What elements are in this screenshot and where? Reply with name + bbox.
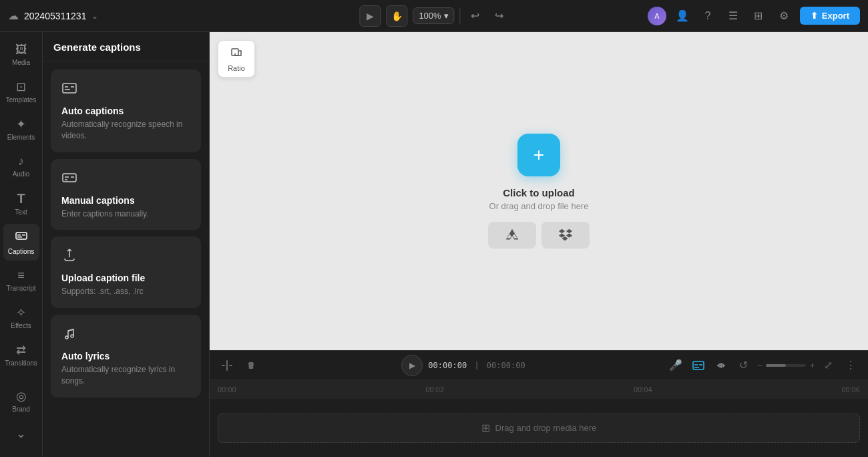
google-drive-button[interactable]: [488, 222, 536, 249]
auto-captions-icon: [61, 80, 190, 100]
ruler-mark-1: 00:02: [425, 386, 444, 394]
topbar-left: ☁ 202405311231 ⌄: [8, 9, 642, 22]
ruler-mark-0: 00:00: [218, 386, 236, 394]
zoom-in-icon[interactable]: +: [810, 361, 815, 370]
audio-icon: ♪: [18, 154, 24, 168]
sidebar-item-captions[interactable]: Captions: [3, 224, 39, 261]
overflow-icon[interactable]: ⋮: [841, 356, 860, 375]
export-button[interactable]: ⬆ Export: [800, 7, 860, 25]
manual-captions-icon: [61, 170, 190, 190]
panel-resize-handle[interactable]: [206, 32, 209, 457]
export-icon: ⬆: [811, 11, 818, 21]
media-icon: 🖼: [15, 43, 27, 57]
canvas-center: + Click to upload Or drag and drop file …: [210, 32, 868, 350]
brand-icon: ◎: [16, 389, 27, 404]
zoom-level: 100%: [419, 11, 441, 21]
drop-zone-text: Drag and drop media here: [495, 423, 597, 433]
text-icon: T: [17, 191, 25, 206]
captions-icon: [15, 229, 28, 246]
timeline-time: 00:00:00 | 00:00:00: [428, 361, 525, 370]
svg-rect-4: [63, 84, 76, 93]
loop-icon[interactable]: ↺: [734, 356, 753, 375]
layout-icon-button[interactable]: ⊞: [749, 7, 768, 25]
upload-button[interactable]: +: [517, 134, 560, 176]
divider: [460, 8, 461, 24]
sidebar-item-audio[interactable]: ♪ Audio: [3, 149, 39, 183]
redo-button[interactable]: ↪: [490, 7, 509, 25]
settings-icon-button[interactable]: ⚙: [775, 7, 793, 25]
undo-button[interactable]: ↩: [466, 7, 485, 25]
zoom-out-icon[interactable]: −: [757, 361, 762, 370]
upload-caption-desc: Supports: .srt, .ass, .lrc: [61, 286, 190, 297]
upload-sub-text: Or drag and drop file here: [489, 201, 589, 211]
sidebar-item-media[interactable]: 🖼 Media: [3, 37, 39, 71]
audio-split-icon[interactable]: [712, 356, 730, 375]
timeline-split-icon[interactable]: [218, 356, 236, 375]
zoom-control[interactable]: 100% ▾: [413, 7, 454, 24]
ratio-button[interactable]: Ratio: [218, 40, 255, 78]
sidebar-item-effects[interactable]: ✧ Effects: [3, 300, 39, 335]
sidebar-item-label-effects: Effects: [11, 322, 31, 329]
upload-caption-card[interactable]: Upload caption file Supports: .srt, .ass…: [51, 237, 201, 308]
auto-lyrics-card[interactable]: Auto lyrics Automatically recognize lyri…: [51, 315, 201, 398]
cloud-icon: ☁: [8, 9, 19, 22]
panel-title: Generate captions: [53, 41, 141, 53]
zoom-slider[interactable]: [766, 364, 806, 367]
timeline-delete-icon[interactable]: [242, 356, 260, 375]
auto-captions-desc: Automatically recognize speech in videos…: [61, 119, 190, 142]
captions-timeline-icon[interactable]: [689, 356, 708, 375]
layers-icon-button[interactable]: ☰: [724, 7, 742, 25]
ruler-mark-2: 00:04: [634, 386, 652, 394]
svg-rect-16: [222, 365, 225, 366]
auto-lyrics-title: Auto lyrics: [61, 351, 190, 361]
topbar: ☁ 202405311231 ⌄ ▶ ✋ 100% ▾ ↩ ↪ A 👤 ? ☰ …: [0, 0, 868, 32]
current-time: 00:00:00: [428, 361, 467, 370]
ratio-label: Ratio: [228, 64, 245, 72]
manual-captions-title: Manual captions: [61, 195, 190, 206]
help-icon-button[interactable]: ?: [698, 7, 717, 25]
zoom-dropdown-icon: ▾: [444, 11, 449, 21]
manual-captions-card[interactable]: Manual captions Enter captions manually.: [51, 159, 201, 231]
sidebar-item-more[interactable]: ⌄: [3, 421, 39, 446]
timeline-right-icons: 🎤: [666, 356, 860, 375]
upload-main-text: Click to upload: [489, 187, 589, 198]
elements-icon: ✦: [16, 117, 26, 132]
sidebar-item-brand[interactable]: ◎ Brand: [3, 384, 39, 418]
sidebar-item-transitions[interactable]: ⇄ Transitions: [3, 337, 39, 372]
svg-rect-2: [22, 235, 25, 236]
svg-line-14: [68, 329, 73, 331]
dropbox-button[interactable]: [541, 222, 590, 249]
timeline-ruler: 00:00 00:02 00:04 00:06: [210, 380, 868, 399]
sidebar-bottom: ◎ Brand ⌄: [3, 384, 39, 452]
sidebar-item-text[interactable]: T Text: [3, 186, 39, 221]
sidebar-item-label-elements: Elements: [7, 134, 35, 141]
media-drop-zone[interactable]: ⊞ Drag and drop media here: [218, 414, 860, 443]
auto-captions-card[interactable]: Auto captions Automatically recognize sp…: [51, 69, 201, 152]
auto-lyrics-desc: Automatically recognize lyrics in songs.: [61, 364, 190, 387]
upload-plus-icon: +: [533, 144, 544, 166]
export-label: Export: [822, 11, 849, 21]
panel-content: Auto captions Automatically recognize sp…: [43, 61, 209, 457]
icon-sidebar: 🖼 Media ⊡ Templates ✦ Elements ♪ Audio T…: [0, 32, 43, 457]
transcript-icon: ≡: [17, 269, 25, 283]
timeline-area: ▶ 00:00:00 | 00:00:00 🎤: [210, 350, 868, 457]
upload-text: Click to upload Or drag and drop file he…: [489, 187, 589, 211]
mic-icon[interactable]: 🎤: [666, 356, 685, 375]
project-name: 202405311231: [24, 11, 86, 21]
sidebar-item-templates[interactable]: ⊡ Templates: [3, 74, 39, 109]
hand-tool-button[interactable]: ✋: [386, 5, 407, 27]
play-button[interactable]: ▶: [359, 5, 381, 27]
svg-rect-8: [63, 174, 76, 182]
svg-rect-18: [226, 360, 228, 371]
dropdown-arrow-icon[interactable]: ⌄: [91, 11, 98, 21]
upload-caption-icon: [61, 247, 190, 267]
sidebar-item-transcript[interactable]: ≡ Transcript: [3, 263, 39, 297]
user-icon-button[interactable]: 👤: [673, 7, 692, 25]
sidebar-item-label-captions: Captions: [8, 248, 34, 255]
ruler-marks: 00:00 00:02 00:04 00:06: [210, 386, 868, 394]
auto-lyrics-icon: [61, 325, 190, 345]
upload-sources: [488, 222, 590, 249]
fullscreen-icon[interactable]: ⤢: [819, 356, 837, 375]
sidebar-item-elements[interactable]: ✦ Elements: [3, 112, 39, 146]
timeline-play-button[interactable]: ▶: [401, 355, 423, 376]
